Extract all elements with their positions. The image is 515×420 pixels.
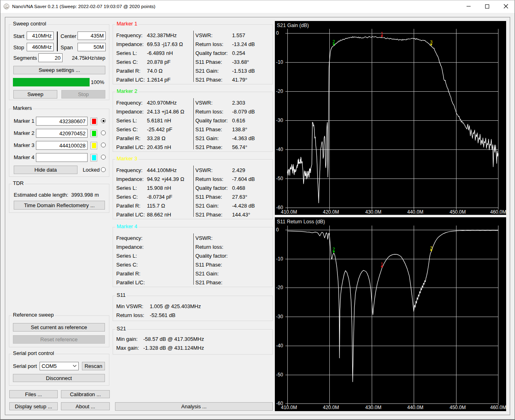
svg-text:410.0M: 410.0M xyxy=(281,209,297,215)
svg-text:410.0M: 410.0M xyxy=(281,405,297,410)
svg-text:-10: -10 xyxy=(276,59,283,65)
svg-text:-50: -50 xyxy=(276,176,283,181)
svg-text:460.0M: 460.0M xyxy=(490,405,506,410)
svg-text:3: 3 xyxy=(430,246,432,250)
svg-text:S11 Return Loss (dB): S11 Return Loss (dB) xyxy=(277,219,325,225)
svg-text:1: 1 xyxy=(381,262,383,267)
svg-text:-20: -20 xyxy=(276,285,283,290)
svg-text:-40: -40 xyxy=(276,147,283,152)
svg-text:3: 3 xyxy=(430,40,432,44)
svg-text:420.0M: 420.0M xyxy=(323,405,339,410)
svg-text:440.0M: 440.0M xyxy=(407,405,423,410)
svg-text:-40: -40 xyxy=(276,343,283,349)
svg-text:-10: -10 xyxy=(276,256,283,262)
svg-text:2: 2 xyxy=(333,247,335,252)
svg-text:430.0M: 430.0M xyxy=(365,405,381,410)
svg-text:1: 1 xyxy=(381,31,383,36)
svg-text:430.0M: 430.0M xyxy=(365,209,381,215)
svg-text:-30: -30 xyxy=(276,118,283,123)
svg-text:450.0M: 450.0M xyxy=(450,405,466,410)
svg-text:2: 2 xyxy=(333,39,335,44)
svg-text:450.0M: 450.0M xyxy=(450,209,466,215)
svg-text:0: 0 xyxy=(276,227,279,233)
svg-text:-20: -20 xyxy=(276,88,283,94)
svg-text:460.0M: 460.0M xyxy=(490,209,506,215)
svg-text:420.0M: 420.0M xyxy=(323,209,339,215)
svg-text:0: 0 xyxy=(276,30,279,36)
svg-text:-30: -30 xyxy=(276,314,283,319)
svg-text:440.0M: 440.0M xyxy=(407,209,423,215)
svg-text:S21 Gain (dB): S21 Gain (dB) xyxy=(277,23,309,28)
svg-text:-50: -50 xyxy=(276,372,283,378)
